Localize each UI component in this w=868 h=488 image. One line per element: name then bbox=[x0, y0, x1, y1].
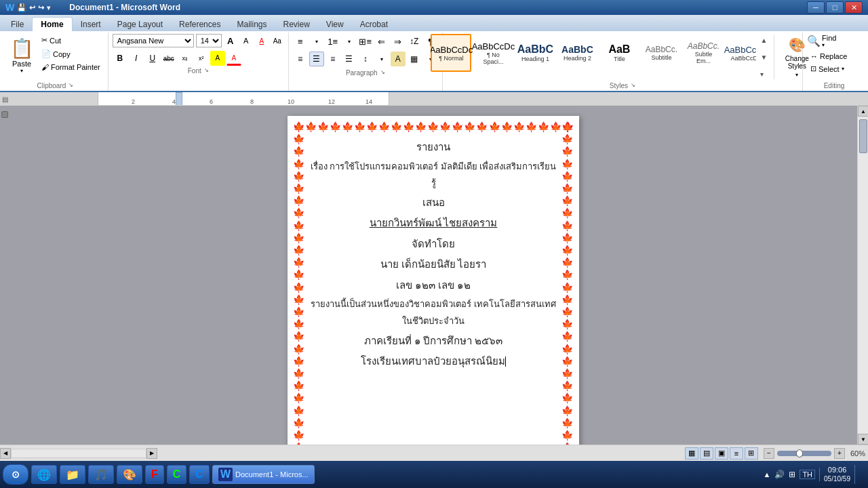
h-scroll-right[interactable]: ▶ bbox=[146, 448, 157, 459]
full-reading-btn[interactable]: ▤ bbox=[700, 447, 713, 460]
sort-button[interactable]: ↕Z bbox=[407, 34, 422, 49]
strikethrough-button[interactable]: abc bbox=[161, 51, 176, 66]
taskbar-word[interactable]: W Document1 - Micros... bbox=[212, 465, 315, 484]
line-spacing-button[interactable]: ↕ bbox=[358, 52, 373, 66]
replace-button[interactable]: ↔ Replace bbox=[807, 50, 861, 62]
italic-button[interactable]: I bbox=[129, 51, 144, 66]
tab-file[interactable]: File bbox=[3, 18, 32, 31]
format-painter-button[interactable]: 🖌 Format Painter bbox=[38, 61, 104, 73]
left-margin-icon[interactable] bbox=[1, 111, 8, 118]
number-list-dropdown[interactable]: ▾ bbox=[342, 34, 357, 49]
tab-acrobat[interactable]: Acrobat bbox=[352, 18, 396, 31]
document-text[interactable]: รายงาน เรื่อง การใช้โปรแกรมคอมพิวเตอร์ ม… bbox=[288, 116, 579, 386]
tray-arrow[interactable]: ▲ bbox=[764, 470, 771, 479]
highlight-button[interactable]: A bbox=[210, 51, 225, 66]
select-button[interactable]: ⊡ Select ▾ bbox=[807, 62, 861, 75]
taskbar-flash[interactable]: F bbox=[145, 465, 164, 484]
zoom-slider[interactable] bbox=[777, 451, 831, 456]
style-subtle-em[interactable]: AaBbCc. Subtle Em... bbox=[683, 34, 724, 72]
style-heading1[interactable]: AaBbC Heading 1 bbox=[515, 34, 555, 72]
start-button[interactable]: ⊙ bbox=[3, 464, 28, 485]
subscript-button[interactable]: x₂ bbox=[178, 51, 193, 66]
align-center-button[interactable]: ☰ bbox=[309, 52, 324, 66]
styles-scroll-up[interactable]: ▲ bbox=[760, 37, 767, 44]
styles-scroll-down[interactable]: ▼ bbox=[760, 54, 767, 61]
quick-save[interactable]: 💾 bbox=[17, 3, 26, 12]
tray-volume-icon[interactable]: 🔊 bbox=[774, 470, 785, 479]
taskbar-paint[interactable]: 🎨 bbox=[117, 465, 142, 484]
style-subtitle[interactable]: AaBbCc. Subtitle bbox=[641, 34, 682, 72]
tray-show-desktop[interactable] bbox=[854, 465, 860, 484]
tab-view[interactable]: View bbox=[318, 18, 352, 31]
styles-expand[interactable]: ▾ bbox=[760, 70, 767, 78]
taskbar-explorer[interactable]: 📁 bbox=[60, 465, 85, 484]
zoom-out-btn[interactable]: − bbox=[764, 448, 774, 459]
shrink-font-button[interactable]: A bbox=[239, 34, 253, 47]
tab-review[interactable]: Review bbox=[275, 18, 317, 31]
web-layout-btn[interactable]: ▣ bbox=[715, 447, 728, 460]
styles-expand-btn[interactable]: ↘ bbox=[631, 82, 635, 88]
font-size-select[interactable]: 14 bbox=[196, 34, 222, 47]
style-normal[interactable]: AaBbCcDc ¶ Normal bbox=[431, 34, 471, 72]
maximize-button[interactable]: □ bbox=[826, 1, 844, 14]
taskbar-app1[interactable]: C bbox=[167, 465, 187, 484]
align-right-button[interactable]: ≡ bbox=[326, 52, 340, 66]
align-left-button[interactable]: ≡ bbox=[293, 52, 308, 66]
document-canvas[interactable]: 🍁 🍁 🍁 🍁 🍁 🍁 🍁 🍁 🍁 🍁 🍁 🍁 🍁 🍁 🍁 🍁 🍁 🍁 🍁 bbox=[9, 106, 857, 445]
style-extra[interactable]: AaBbCcDc AaBbCcDc bbox=[725, 34, 756, 72]
styles-scroll[interactable]: ▲ ▼ ▾ bbox=[759, 34, 768, 81]
outline-btn[interactable]: ≡ bbox=[730, 447, 743, 460]
scroll-thumb[interactable] bbox=[859, 119, 867, 153]
bullet-list-dropdown[interactable]: ▾ bbox=[309, 34, 324, 49]
taskbar-media[interactable]: 🎵 bbox=[88, 465, 114, 484]
find-label[interactable]: Find bbox=[822, 34, 836, 42]
bullet-list-button[interactable]: ≡ bbox=[293, 34, 308, 49]
shading-button[interactable]: A bbox=[391, 52, 406, 66]
font-family-select[interactable]: Angsana New bbox=[113, 34, 194, 47]
scroll-down-arrow[interactable]: ▼ bbox=[858, 434, 868, 445]
ruler-toggle[interactable]: ▤ bbox=[0, 92, 9, 106]
find-dropdown[interactable]: ▾ bbox=[822, 42, 836, 48]
copy-button[interactable]: 📄 Copy bbox=[38, 47, 104, 60]
paste-dropdown[interactable]: ▾ bbox=[20, 68, 23, 74]
justify-button[interactable]: ☰ bbox=[342, 52, 357, 66]
taskbar-ie[interactable]: 🌐 bbox=[31, 465, 57, 484]
print-layout-btn[interactable]: ▦ bbox=[685, 447, 698, 460]
bold-button[interactable]: B bbox=[113, 51, 127, 66]
cut-button[interactable]: ✂ Cut bbox=[38, 34, 104, 47]
h-scrollbar[interactable]: ◀ ▶ bbox=[0, 448, 157, 459]
tray-clock[interactable]: 09:06 05/10/59 bbox=[824, 466, 850, 483]
change-styles-dropdown[interactable]: ▾ bbox=[795, 72, 798, 78]
grow-font-button[interactable]: A bbox=[224, 34, 237, 47]
clipboard-expand[interactable]: ↘ bbox=[68, 82, 73, 88]
quick-redo[interactable]: ↪ bbox=[38, 3, 44, 12]
tab-mailings[interactable]: Mailings bbox=[229, 18, 275, 31]
font-expand[interactable]: ↘ bbox=[204, 67, 209, 73]
draft-btn[interactable]: ⊞ bbox=[745, 447, 758, 460]
quick-dropdown[interactable]: ▾ bbox=[47, 4, 50, 12]
tab-insert[interactable]: Insert bbox=[73, 18, 109, 31]
taskbar-app2[interactable]: C bbox=[189, 465, 210, 484]
superscript-button[interactable]: x² bbox=[194, 51, 209, 66]
vertical-scrollbar[interactable]: ▲ ▼ bbox=[857, 106, 868, 445]
decrease-indent-button[interactable]: ⇐ bbox=[374, 34, 389, 49]
zoom-thumb[interactable] bbox=[796, 449, 803, 458]
paste-button[interactable]: 📋 Paste ▾ bbox=[7, 34, 37, 77]
zoom-in-btn[interactable]: + bbox=[834, 448, 845, 459]
clear-format-button[interactable]: A bbox=[255, 34, 269, 47]
text-effects-button[interactable]: Aa bbox=[271, 34, 284, 47]
quick-undo[interactable]: ↩ bbox=[29, 3, 35, 12]
number-list-button[interactable]: 1≡ bbox=[326, 34, 340, 49]
select-dropdown[interactable]: ▾ bbox=[842, 66, 844, 72]
multilevel-list-button[interactable]: ⊞≡ bbox=[358, 34, 373, 49]
paragraph-expand[interactable]: ↘ bbox=[380, 69, 385, 75]
style-heading2[interactable]: AaBbC Heading 2 bbox=[557, 34, 597, 72]
increase-indent-button[interactable]: ⇒ bbox=[391, 34, 406, 49]
style-no-spacing[interactable]: AaBbCcDc ¶ No Spaci... bbox=[473, 34, 513, 72]
tab-home[interactable]: Home bbox=[32, 17, 72, 31]
ruler-indent-marker[interactable] bbox=[176, 92, 182, 105]
border-button[interactable]: ▦ bbox=[407, 52, 422, 66]
tray-network-icon[interactable]: ⊞ bbox=[789, 470, 795, 479]
scroll-up-arrow[interactable]: ▲ bbox=[858, 106, 868, 117]
h-scroll-left[interactable]: ◀ bbox=[0, 448, 11, 459]
